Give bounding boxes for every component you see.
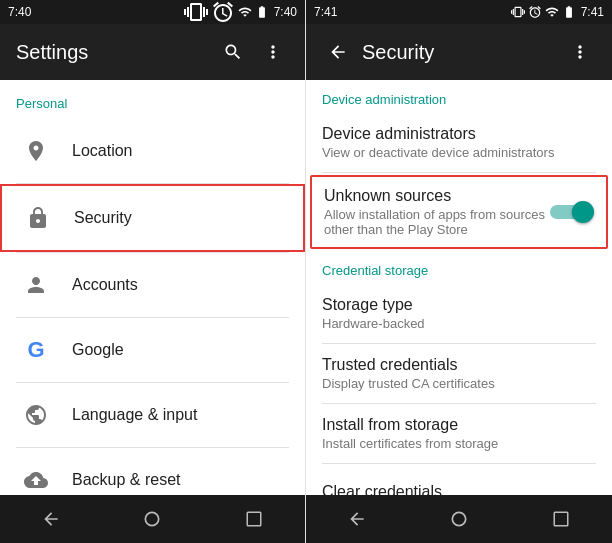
right-time-2: 7:40 <box>274 5 297 19</box>
trusted-credentials-item[interactable]: Trusted credentials Display trusted CA c… <box>306 344 612 403</box>
right-content: Device administration Device administrat… <box>306 80 612 495</box>
unknown-sources-title: Unknown sources <box>324 187 550 205</box>
more-icon[interactable] <box>257 36 289 68</box>
left-toolbar: Settings <box>0 24 305 80</box>
trusted-credentials-text: Trusted credentials Display trusted CA c… <box>322 356 596 391</box>
left-toolbar-title: Settings <box>16 41 209 64</box>
google-text: Google <box>72 341 124 359</box>
left-home-button[interactable] <box>128 495 176 543</box>
sidebar-item-google[interactable]: G Google <box>0 318 305 382</box>
right-divider-1 <box>322 172 596 173</box>
left-status-bar: 7:40 7:40 <box>0 0 305 24</box>
location-icon <box>16 131 56 171</box>
credential-storage-label: Credential storage <box>306 251 612 284</box>
personal-section-label: Personal <box>0 80 305 119</box>
storage-type-text: Storage type Hardware-backed <box>322 296 596 331</box>
backup-title: Backup & reset <box>72 471 181 489</box>
language-text: Language & input <box>72 406 197 424</box>
unknown-sources-subtitle: Allow installation of apps from sources … <box>324 207 550 237</box>
left-status-icons: 7:40 <box>184 0 297 24</box>
storage-type-subtitle: Hardware-backed <box>322 316 596 331</box>
right-back-icon[interactable] <box>322 36 354 68</box>
storage-type-item[interactable]: Storage type Hardware-backed <box>306 284 612 343</box>
unknown-sources-toggle[interactable] <box>550 200 594 224</box>
globe-icon <box>16 395 56 435</box>
location-title: Location <box>72 142 133 160</box>
storage-type-title: Storage type <box>322 296 596 314</box>
person-icon <box>16 265 56 305</box>
google-title: Google <box>72 341 124 359</box>
svg-point-2 <box>452 512 465 525</box>
sidebar-item-language[interactable]: Language & input <box>0 383 305 447</box>
sidebar-item-backup[interactable]: Backup & reset <box>0 448 305 495</box>
security-text: Security <box>74 209 132 227</box>
unknown-sources-text: Unknown sources Allow installation of ap… <box>324 187 550 237</box>
svg-point-0 <box>146 512 159 525</box>
install-from-storage-title: Install from storage <box>322 416 596 434</box>
install-from-storage-item[interactable]: Install from storage Install certificate… <box>306 404 612 463</box>
lock-icon <box>18 198 58 238</box>
location-text: Location <box>72 142 133 160</box>
right-more-icon[interactable] <box>564 36 596 68</box>
device-administrators-subtitle: View or deactivate device administrators <box>322 145 596 160</box>
left-content: Personal Location Security <box>0 80 305 495</box>
right-recents-button[interactable] <box>537 495 585 543</box>
svg-rect-1 <box>247 512 261 526</box>
right-home-button[interactable] <box>435 495 483 543</box>
right-back-button[interactable] <box>333 495 381 543</box>
google-icon: G <box>16 330 56 370</box>
left-time: 7:40 <box>8 5 31 19</box>
trusted-credentials-subtitle: Display trusted CA certificates <box>322 376 596 391</box>
left-recents-button[interactable] <box>230 495 278 543</box>
right-panel: 7:41 7:41 Security Device administration… <box>306 0 612 543</box>
right-status-bar: 7:41 7:41 <box>306 0 612 24</box>
language-title: Language & input <box>72 406 197 424</box>
install-from-storage-text: Install from storage Install certificate… <box>322 416 596 451</box>
right-toolbar-title: Security <box>362 41 556 64</box>
sidebar-item-accounts[interactable]: Accounts <box>0 253 305 317</box>
right-toolbar: Security <box>306 24 612 80</box>
device-admin-label: Device administration <box>306 80 612 113</box>
backup-text: Backup & reset <box>72 471 181 489</box>
accounts-title: Accounts <box>72 276 138 294</box>
toggle-thumb <box>572 201 594 223</box>
device-administrators-text: Device administrators View or deactivate… <box>322 125 596 160</box>
left-panel: 7:40 7:40 Settings Personal <box>0 0 306 543</box>
install-from-storage-subtitle: Install certificates from storage <box>322 436 596 451</box>
security-title: Security <box>74 209 132 227</box>
unknown-sources-item[interactable]: Unknown sources Allow installation of ap… <box>310 175 608 249</box>
right-status-icons: 7:41 <box>511 5 604 19</box>
backup-icon <box>16 460 56 495</box>
right-time-display: 7:41 <box>581 5 604 19</box>
sidebar-item-location[interactable]: Location <box>0 119 305 183</box>
clear-credentials-title: Clear credentials <box>322 483 596 495</box>
device-administrators-title: Device administrators <box>322 125 596 143</box>
search-icon[interactable] <box>217 36 249 68</box>
clear-credentials-text: Clear credentials <box>322 483 596 495</box>
clear-credentials-item[interactable]: Clear credentials <box>306 464 612 495</box>
left-back-button[interactable] <box>27 495 75 543</box>
device-administrators-item[interactable]: Device administrators View or deactivate… <box>306 113 612 172</box>
sidebar-item-security[interactable]: Security <box>0 184 305 252</box>
left-bottom-nav <box>0 495 305 543</box>
right-time: 7:41 <box>314 5 337 19</box>
svg-rect-3 <box>554 512 568 526</box>
accounts-text: Accounts <box>72 276 138 294</box>
trusted-credentials-title: Trusted credentials <box>322 356 596 374</box>
right-bottom-nav <box>306 495 612 543</box>
